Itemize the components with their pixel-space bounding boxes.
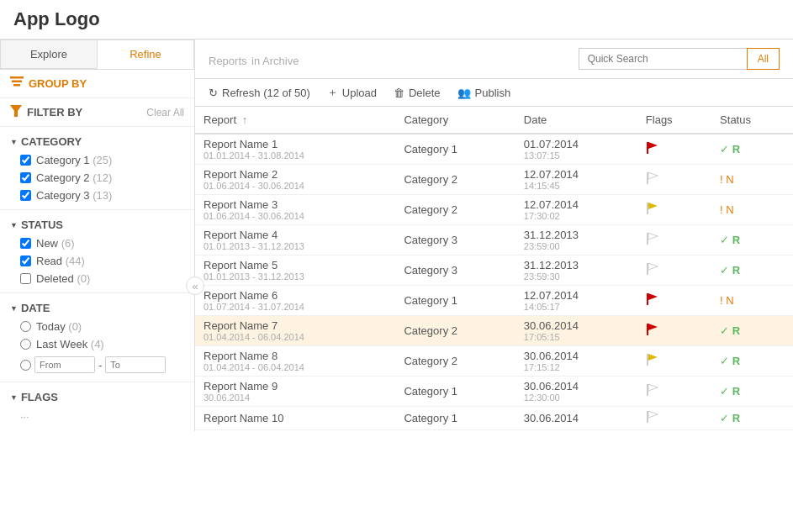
date-time: 23:59:30 <box>524 271 629 282</box>
red-flag-icon <box>646 292 659 306</box>
status-deleted-item: Deleted (0) <box>10 270 184 287</box>
quick-search-input[interactable] <box>579 48 747 70</box>
status-check-icon: ✓ <box>720 412 729 424</box>
status-check-icon: ✓ <box>720 264 729 277</box>
publish-button[interactable]: 👥 Publish <box>457 87 511 99</box>
date-lastweek-radio[interactable] <box>20 339 31 350</box>
status-new-checkbox[interactable] <box>20 238 31 249</box>
date-today-radio[interactable] <box>20 321 31 332</box>
cell-category: Category 3 <box>395 225 515 255</box>
date-time: 17:05:15 <box>524 332 629 342</box>
refresh-button[interactable]: ↻ Refresh (12 of 50) <box>209 87 310 99</box>
svg-marker-17 <box>648 324 658 330</box>
search-all-button[interactable]: All <box>747 48 780 70</box>
table-row[interactable]: Report Name 8 01.04.2014 - 06.04.2014 Ca… <box>195 346 793 377</box>
cell-flags <box>637 134 711 165</box>
table-row[interactable]: Report Name 10 Category 1 30.06.2014 ✓ R <box>195 407 793 430</box>
publish-icon: 👥 <box>457 87 471 99</box>
status-header: ▼ STATUS <box>10 215 184 234</box>
cell-date: 31.12.2013 23:59:00 <box>515 225 637 255</box>
status-read-checkbox[interactable] <box>20 255 31 266</box>
svg-rect-2 <box>13 84 20 87</box>
svg-marker-5 <box>648 142 658 149</box>
upload-button[interactable]: ＋ Upload <box>327 85 377 100</box>
date-header: ▼ DATE <box>10 298 184 318</box>
table-row[interactable]: Report Name 2 01.06.2014 - 30.06.2014 Ca… <box>195 165 793 195</box>
table-row[interactable]: Report Name 4 01.01.2013 - 31.12.2013 Ca… <box>195 225 793 255</box>
category-1-checkbox[interactable] <box>20 155 31 166</box>
cell-status: ✓ R <box>711 255 793 286</box>
col-flags[interactable]: Flags <box>637 107 711 134</box>
table-row[interactable]: Report Name 9 30.06.2014 Category 1 30.0… <box>195 377 793 407</box>
cell-flags <box>637 316 711 346</box>
filter-by-section: FILTER BY Clear All <box>0 98 194 127</box>
status-value: R <box>732 355 740 367</box>
app-header: App Logo <box>0 0 793 40</box>
cell-report: Report Name 6 01.07.2014 - 31.07.2014 <box>195 286 395 316</box>
report-date-range: 01.06.2014 - 30.06.2014 <box>204 211 387 221</box>
cell-flags <box>637 165 711 195</box>
cell-status: ✓ R <box>711 377 793 407</box>
date-time: 14:05:17 <box>524 302 629 312</box>
cell-report: Report Name 10 <box>195 407 395 430</box>
cell-flags <box>637 255 711 286</box>
red-flag-icon <box>646 323 659 336</box>
col-category[interactable]: Category <box>395 107 515 134</box>
group-by-label: GROUP BY <box>29 77 87 90</box>
app-logo: App Logo <box>13 8 100 30</box>
flags-filter-section: ▼ FLAGS ··· <box>0 382 194 431</box>
col-status[interactable]: Status <box>711 107 793 134</box>
date-main: 30.06.2014 <box>524 319 629 332</box>
cell-category: Category 2 <box>395 316 515 346</box>
cell-report: Report Name 8 01.04.2014 - 06.04.2014 <box>195 346 395 377</box>
category-3-checkbox[interactable] <box>20 190 31 201</box>
table-row[interactable]: Report Name 3 01.06.2014 - 30.06.2014 Ca… <box>195 195 793 225</box>
sidebar-wrapper: Explore Refine GROUP BY <box>0 40 195 532</box>
category-2-checkbox[interactable] <box>20 172 31 183</box>
date-from-input[interactable] <box>34 356 95 373</box>
report-date-range: 01.01.2013 - 31.12.2013 <box>204 241 387 251</box>
table-row[interactable]: Report Name 5 01.01.2013 - 31.12.2013 Ca… <box>195 255 793 286</box>
group-by-section[interactable]: GROUP BY <box>0 70 194 98</box>
clear-all-button[interactable]: Clear All <box>146 107 184 119</box>
status-value: R <box>732 264 740 277</box>
sidebar-collapse-button[interactable]: « <box>186 277 204 295</box>
report-name: Report Name 1 <box>204 138 387 150</box>
date-range-radio[interactable] <box>20 360 31 371</box>
cell-category: Category 2 <box>395 346 515 377</box>
report-name: Report Name 5 <box>204 259 387 271</box>
tab-refine[interactable]: Refine <box>97 40 194 69</box>
status-excl-icon: ! <box>720 173 723 186</box>
reports-title-area: Reports in Archive <box>209 50 299 69</box>
cell-date: 30.06.2014 17:05:15 <box>515 316 637 346</box>
table-row[interactable]: Report Name 6 01.07.2014 - 31.07.2014 Ca… <box>195 286 793 316</box>
cell-date: 30.06.2014 <box>515 407 637 430</box>
cell-date: 30.06.2014 17:15:12 <box>515 346 637 377</box>
tab-explore[interactable]: Explore <box>0 40 97 69</box>
delete-button[interactable]: 🗑 Delete <box>394 87 441 99</box>
status-read-label: Read (44) <box>36 255 85 267</box>
cell-status: ✓ R <box>711 225 793 255</box>
report-date-range: 30.06.2014 <box>204 392 387 403</box>
cell-report: Report Name 3 01.06.2014 - 30.06.2014 <box>195 195 395 225</box>
table-row[interactable]: Report Name 7 01.04.2014 - 06.04.2014 Ca… <box>195 316 793 346</box>
svg-rect-16 <box>647 324 648 335</box>
col-report[interactable]: Report ↑ <box>195 107 395 134</box>
col-date[interactable]: Date <box>515 107 637 134</box>
cell-status: ✓ R <box>711 346 793 377</box>
status-read-item: Read (44) <box>10 252 184 270</box>
date-main: 30.06.2014 <box>524 350 629 362</box>
sort-arrow-icon: ↑ <box>242 113 248 126</box>
cell-date: 12.07.2014 14:15:45 <box>515 165 637 195</box>
svg-marker-13 <box>648 263 658 270</box>
empty-flag-icon <box>646 262 659 276</box>
report-name: Report Name 10 <box>204 412 387 424</box>
svg-marker-7 <box>648 172 658 179</box>
date-to-input[interactable] <box>105 356 166 373</box>
table-row[interactable]: Report Name 1 01.01.2014 - 31.08.2014 Ca… <box>195 134 793 165</box>
status-excl-icon: ! <box>720 294 723 307</box>
status-deleted-checkbox[interactable] <box>20 273 31 284</box>
cell-status: ✓ R <box>711 316 793 346</box>
status-check-icon: ✓ <box>720 324 729 337</box>
cell-date: 30.06.2014 12:30:00 <box>515 377 637 407</box>
